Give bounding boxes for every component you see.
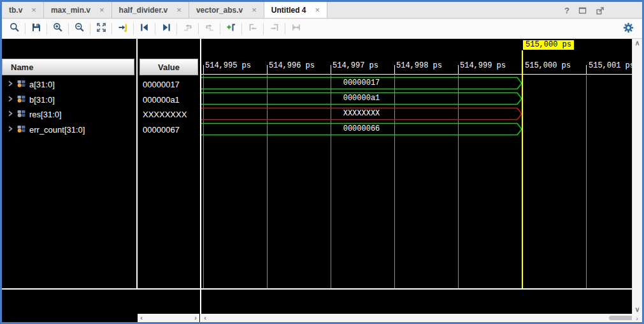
signal-row-a[interactable]: a[31:0] [2, 77, 134, 92]
waveform-panel[interactable]: 515,000 ps 514,995 ps 514,996 ps 514,997… [200, 39, 632, 322]
go-to-time-button[interactable] [113, 20, 132, 37]
go-to-time-icon [117, 22, 129, 36]
expand-chevron-icon[interactable] [7, 109, 13, 120]
close-icon[interactable]: × [99, 5, 104, 15]
scroll-right-corner[interactable]: › [632, 314, 642, 322]
wave-vertical-scrollbar[interactable]: ∧ ∨ [632, 39, 642, 314]
tab-vector-abs-v[interactable]: vector_abs.v × [189, 2, 264, 18]
close-icon[interactable]: × [176, 5, 182, 15]
axis-tick-label: 514,999 ps [460, 61, 506, 70]
bus-signal-icon [17, 80, 26, 90]
axis-tick [331, 65, 331, 75]
value-column-header[interactable]: Value [140, 59, 198, 75]
scroll-left-icon[interactable]: ‹ [201, 314, 209, 322]
next-marker-icon [269, 22, 280, 36]
axis-tick-label: 515,000 ps [525, 61, 571, 70]
zoom-out-button[interactable] [69, 20, 89, 37]
cursor-time-badge: 515,000 ps [523, 40, 574, 50]
signal-value-res: XXXXXXXX [143, 107, 199, 122]
wave-horizontal-scrollbar[interactable]: ‹ [201, 314, 632, 322]
scroll-right-icon[interactable]: › [636, 314, 638, 322]
bus-value-res: XXXXXXXX [201, 109, 522, 118]
close-icon[interactable]: × [31, 5, 36, 15]
name-value-splitter[interactable] [136, 39, 138, 289]
signal-value-b: 000000a1 [143, 92, 199, 107]
add-marker-button[interactable] [221, 20, 241, 37]
zoom-out-icon [74, 22, 85, 36]
go-to-last-time-button[interactable] [156, 20, 176, 37]
scrollbar-thumb[interactable] [609, 316, 632, 320]
signal-value-a: 00000017 [143, 77, 199, 92]
bus-signal-icon [17, 110, 26, 120]
signal-row-res[interactable]: res[31:0] [2, 107, 134, 122]
waveform-canvas [201, 75, 632, 288]
axis-tick [203, 65, 204, 75]
previous-marker-icon [247, 22, 259, 36]
signal-name: res[31:0] [29, 110, 62, 119]
tab-max-min-v[interactable]: max_min.v × [44, 2, 112, 18]
wave-window-content: Name Value a[31:0] b[31:0] res[31:0] err… [2, 39, 642, 322]
zoom-to-cursors-icon [290, 22, 302, 36]
previous-transition-button [178, 20, 197, 37]
close-icon[interactable]: × [315, 5, 320, 15]
next-transition-button [199, 20, 219, 37]
zoom-fit-button[interactable] [91, 20, 111, 37]
time-cursor[interactable] [522, 50, 523, 288]
expand-chevron-icon[interactable] [7, 94, 13, 105]
signal-row-b[interactable]: b[31:0] [2, 92, 134, 107]
go-to-time-zero-button[interactable] [134, 20, 154, 37]
waveform-viewer-window: tb.v × max_min.v × half_divider.v × vect… [0, 0, 644, 324]
zoom-in-button[interactable] [48, 20, 68, 37]
axis-tick-label: 514,998 ps [396, 61, 442, 70]
tab-label: half_divider.v [119, 6, 168, 15]
maximize-icon[interactable] [578, 6, 587, 15]
zoom-fit-icon [96, 22, 107, 36]
signal-value-err-count: 00000067 [143, 122, 199, 137]
tab-untitled-4[interactable]: Untitled 4 × [264, 2, 327, 18]
signal-name: b[31:0] [29, 95, 55, 105]
zoom-to-cursors-button [286, 20, 306, 37]
tab-half-divider-v[interactable]: half_divider.v × [112, 2, 189, 18]
float-window-icon[interactable] [596, 6, 605, 15]
axis-baseline [201, 74, 632, 75]
bus-value-b: 000000a1 [201, 94, 522, 103]
bus-value-a: 00000017 [201, 78, 522, 87]
axis-tick [394, 65, 395, 75]
next-marker-button [264, 20, 284, 37]
axis-tick [267, 65, 268, 75]
wave-toolbar [2, 19, 642, 39]
tab-tb-v[interactable]: tb.v × [2, 2, 44, 18]
axis-tick-label: 515,001 ps [589, 61, 632, 70]
axis-tick-label: 514,997 ps [333, 61, 378, 70]
value-horizontal-scrollbar[interactable]: ‹ › [138, 314, 199, 322]
close-icon[interactable]: × [252, 5, 257, 15]
go-to-time-zero-icon [139, 22, 150, 36]
go-to-last-time-icon [161, 22, 172, 36]
save-icon [31, 22, 42, 36]
tab-label: Untitled 4 [271, 6, 306, 15]
scroll-down-icon[interactable]: ∨ [634, 306, 641, 314]
signal-row-err-count[interactable]: err_count[31:0] [2, 122, 134, 137]
expand-chevron-icon[interactable] [7, 79, 13, 90]
tab-label: vector_abs.v [196, 6, 243, 15]
scroll-left-icon[interactable]: ‹ [138, 314, 145, 322]
gear-icon [622, 22, 634, 36]
name-column-header[interactable]: Name [2, 59, 134, 75]
panel-bottom-line [2, 288, 632, 290]
save-button[interactable] [26, 20, 46, 37]
zoom-in-icon [52, 22, 64, 36]
bus-signal-icon [17, 125, 26, 135]
next-transition-icon [204, 22, 215, 36]
help-icon[interactable]: ? [564, 6, 569, 15]
bus-signal-icon [17, 95, 26, 105]
settings-button[interactable] [622, 22, 634, 35]
tab-bar: tb.v × max_min.v × half_divider.v × vect… [2, 2, 642, 18]
previous-marker-button [243, 20, 262, 37]
axis-tick [458, 65, 459, 75]
search-button[interactable] [4, 20, 24, 37]
scroll-up-icon[interactable]: ∧ [634, 39, 641, 47]
expand-chevron-icon[interactable] [7, 124, 13, 135]
bus-value-err-count: 00000066 [201, 124, 522, 133]
tab-label: max_min.v [51, 6, 90, 15]
scroll-right-icon[interactable]: › [192, 314, 199, 322]
